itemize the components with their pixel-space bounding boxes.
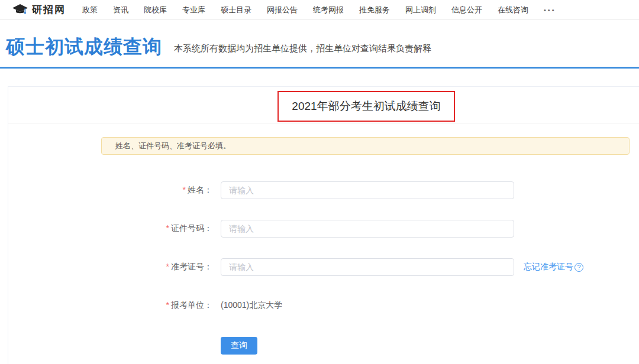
id-number-input[interactable] [221, 220, 514, 238]
nav-item-information-disclosure[interactable]: 信息公开 [451, 5, 482, 15]
required-asterisk: * [183, 185, 186, 194]
institution-label: *报考单位： [101, 300, 221, 311]
site-logo[interactable]: 研招网 [12, 3, 66, 17]
site-logo-text: 研招网 [32, 3, 66, 17]
form-row-name: *姓名： [101, 181, 630, 199]
nav-item-policy[interactable]: 政策 [82, 5, 98, 15]
submit-row: 查询 [221, 337, 630, 355]
nav-item-online-adjustment[interactable]: 网上调剂 [405, 5, 436, 15]
card-body: 姓名、证件号码、准考证号必填。 *姓名： *证件号码： *准考证号： 忘记准考证… [8, 124, 639, 355]
top-navigation-bar: 研招网 政策 资讯 院校库 专业库 硕士目录 网报公告 统考网报 推免服务 网上… [0, 0, 639, 20]
name-label: *姓名： [101, 185, 221, 196]
form-row-admission-ticket: *准考证号： 忘记准考证号? [101, 258, 630, 276]
page-subtitle: 本系统所有数据均为招生单位提供，招生单位对查询结果负责解释 [174, 43, 431, 57]
form-row-id-number: *证件号码： [101, 220, 630, 238]
graduation-cap-icon [12, 4, 28, 17]
required-asterisk: * [166, 223, 169, 233]
nav-more-ellipsis-icon[interactable]: ••• [544, 6, 556, 14]
card-title: 2021年部分考生初试成绩查询 [292, 99, 440, 114]
nav-menu: 政策 资讯 院校库 专业库 硕士目录 网报公告 统考网报 推免服务 网上调剂 信… [82, 5, 556, 15]
nav-item-major-library[interactable]: 专业库 [182, 5, 205, 15]
id-number-label: *证件号码： [101, 223, 221, 234]
form-row-institution: *报考单位： (10001)北京大学 [101, 297, 630, 314]
nav-item-news[interactable]: 资讯 [113, 5, 128, 15]
institution-value: (10001)北京大学 [221, 300, 282, 311]
card-header: 2021年部分考生初试成绩查询 [8, 87, 639, 124]
nav-item-college-library[interactable]: 院校库 [144, 5, 167, 15]
red-highlight-annotation: 2021年部分考生初试成绩查询 [277, 91, 455, 122]
page-header: 硕士初试成绩查询 本系统所有数据均为招生单位提供，招生单位对查询结果负责解释 [0, 20, 639, 67]
score-query-card: 2021年部分考生初试成绩查询 姓名、证件号码、准考证号必填。 *姓名： *证件… [8, 86, 639, 364]
required-fields-notice: 姓名、证件号码、准考证号必填。 [101, 137, 630, 155]
nav-item-online-announcement[interactable]: 网报公告 [267, 5, 298, 15]
query-button[interactable]: 查询 [221, 337, 257, 355]
nav-item-unified-exam-registration[interactable]: 统考网报 [313, 5, 344, 15]
admission-ticket-label: *准考证号： [101, 262, 221, 272]
required-asterisk: * [166, 262, 169, 271]
nav-item-online-consultation[interactable]: 在线咨询 [498, 5, 528, 15]
forgot-admission-ticket-link[interactable]: 忘记准考证号? [524, 262, 583, 272]
admission-ticket-input[interactable] [221, 258, 514, 276]
page-title: 硕士初试成绩查询 [6, 37, 162, 57]
header-divider [0, 67, 639, 69]
required-asterisk: * [166, 300, 169, 310]
nav-item-master-catalog[interactable]: 硕士目录 [221, 5, 251, 15]
question-mark-icon: ? [575, 263, 583, 272]
name-input[interactable] [221, 181, 514, 199]
nav-item-exemption-service[interactable]: 推免服务 [359, 5, 390, 15]
